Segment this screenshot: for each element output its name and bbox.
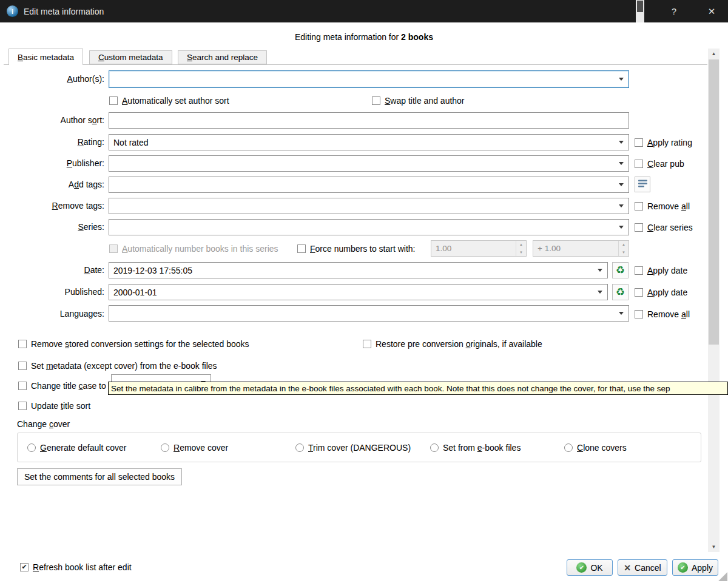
chevron-down-icon[interactable]	[614, 156, 629, 171]
generate-default-cover-radio[interactable]: Generate default cover	[27, 442, 126, 453]
apply-published-checkbox[interactable]: Apply date	[635, 287, 687, 297]
set-comments-button[interactable]: Set the comments for all selected books	[17, 468, 182, 485]
series-label: Series:	[0, 222, 104, 232]
published-label: Published:	[0, 287, 104, 297]
apply-date-label: Apply date	[647, 266, 687, 275]
radio-icon	[161, 443, 169, 452]
chevron-down-icon[interactable]	[614, 198, 629, 214]
resize-grip[interactable]	[718, 572, 727, 581]
update-title-sort-checkbox[interactable]: Update title sort	[18, 400, 90, 411]
checkbox-icon	[18, 382, 27, 390]
mini-scrollbar-thumb[interactable]	[637, 1, 643, 12]
apply-rating-label: Apply rating	[647, 138, 692, 147]
auto-author-sort-checkbox[interactable]: Automatically set author sort	[109, 95, 229, 106]
remove-conversion-settings-checkbox[interactable]: Remove stored conversion settings for th…	[18, 339, 249, 349]
swap-title-author-checkbox[interactable]: Swap title and author	[372, 95, 465, 106]
publisher-label: Publisher:	[0, 158, 104, 168]
publisher-combo[interactable]	[109, 155, 629, 172]
checkbox-icon	[372, 96, 380, 105]
cancel-button[interactable]: ✕ Cancel	[618, 559, 667, 576]
swap-title-author-label: Swap title and author	[385, 96, 465, 106]
remove-all-tags-checkbox[interactable]: Remove all	[635, 201, 690, 211]
refresh-book-list-checkbox[interactable]: ✔ Refresh book list after edit	[20, 562, 132, 572]
spin-down-icon: ▼	[619, 249, 629, 257]
auto-number-label: Automatically number books in this serie…	[122, 244, 278, 254]
remove-all-tags-label: Remove all	[647, 201, 690, 211]
tab-search-and-replace[interactable]: Search and replace	[178, 50, 267, 64]
edit-metadata-dialog: i Edit meta information ? ✕ Editing meta…	[0, 0, 728, 583]
set-metadata-checkbox[interactable]: Set metadata (except cover) from the e-b…	[18, 360, 217, 371]
tab-basic-metadata[interactable]: Basic metadata	[8, 49, 83, 65]
radio-icon	[564, 443, 573, 452]
remove-all-languages-checkbox[interactable]: Remove all	[635, 309, 690, 319]
ok-button[interactable]: ✔ OK	[567, 559, 613, 576]
generate-default-cover-label: Generate default cover	[40, 443, 126, 453]
titlebar-mini-scrollbar[interactable]	[636, 0, 644, 22]
authors-combo[interactable]	[109, 70, 629, 88]
published-value: 2000-01-01	[109, 285, 593, 300]
checkbox-icon	[635, 202, 643, 211]
chevron-down-icon[interactable]	[593, 285, 607, 300]
date-combo[interactable]: 2019-12-03 17:55:05	[109, 262, 608, 278]
author-sort-input[interactable]	[109, 112, 629, 129]
remove-all-languages-label: Remove all	[647, 309, 690, 319]
series-combo[interactable]	[109, 219, 629, 235]
clear-series-checkbox[interactable]: Clear series	[635, 222, 693, 232]
series-increment-value: + 1.00	[533, 241, 618, 256]
remove-tags-label: Remove tags:	[0, 201, 104, 211]
chevron-down-icon[interactable]	[614, 177, 629, 192]
rating-combo[interactable]: Not rated	[109, 134, 629, 150]
published-combo[interactable]: 2000-01-01	[109, 284, 608, 300]
apply-button[interactable]: ✔ Apply	[672, 559, 718, 576]
reset-date-button[interactable]: ♻	[612, 262, 629, 278]
vertical-scrollbar[interactable]: ▲ ▼	[708, 49, 720, 552]
rating-value: Not rated	[109, 135, 614, 150]
reset-published-button[interactable]: ♻	[612, 284, 629, 300]
languages-combo[interactable]	[109, 305, 629, 322]
remove-cover-radio[interactable]: Remove cover	[161, 442, 228, 453]
change-title-case-checkbox[interactable]: Change title case to	[18, 380, 106, 391]
checkbox-icon	[635, 160, 643, 168]
scroll-up-icon[interactable]: ▲	[708, 49, 720, 59]
remove-cover-label: Remove cover	[174, 443, 228, 453]
add-tags-value	[109, 177, 614, 192]
remove-conversion-settings-label: Remove stored conversion settings for th…	[31, 339, 249, 349]
set-from-ebook-files-radio[interactable]: Set from e-book files	[430, 442, 521, 453]
force-numbers-label: Force numbers to start with:	[310, 244, 416, 254]
scroll-down-icon[interactable]: ▼	[708, 542, 720, 552]
radio-icon	[295, 443, 304, 452]
chevron-down-icon[interactable]	[614, 306, 629, 321]
apply-rating-checkbox[interactable]: Apply rating	[635, 137, 692, 147]
scrollbar-thumb[interactable]	[709, 59, 719, 345]
chevron-down-icon[interactable]	[614, 135, 629, 150]
apply-date-checkbox[interactable]: Apply date	[635, 265, 687, 275]
chevron-down-icon[interactable]	[614, 71, 629, 87]
tags-editor-button[interactable]	[635, 177, 650, 192]
languages-value	[109, 306, 614, 321]
restore-originals-checkbox[interactable]: Restore pre conversion originals, if ava…	[363, 339, 542, 349]
ok-check-icon: ✔	[576, 562, 587, 573]
apply-published-label: Apply date	[647, 288, 687, 297]
checkbox-icon	[18, 362, 27, 370]
publisher-value	[109, 156, 614, 171]
clone-covers-radio[interactable]: Clone covers	[564, 442, 627, 453]
checkbox-icon: ✔	[20, 563, 29, 571]
checkbox-icon	[18, 340, 27, 348]
chevron-down-icon[interactable]	[593, 263, 607, 278]
clear-pub-checkbox[interactable]: Clear pub	[635, 158, 684, 169]
checkbox-icon	[109, 96, 118, 105]
authors-label: Author(s):	[0, 74, 104, 84]
force-numbers-checkbox[interactable]: Force numbers to start with:	[297, 243, 416, 254]
cancel-x-icon: ✕	[624, 563, 631, 573]
add-tags-combo[interactable]	[109, 177, 629, 193]
remove-tags-combo[interactable]	[109, 198, 629, 214]
date-label: Date:	[0, 265, 104, 275]
chevron-down-icon[interactable]	[614, 220, 629, 235]
close-button[interactable]: ✕	[695, 0, 728, 22]
tab-custom-metadata[interactable]: Custom metadata	[89, 50, 172, 64]
tab-pane-border	[4, 64, 707, 65]
set-comments-label: Set the comments for all selected books	[24, 472, 175, 482]
trim-cover-radio[interactable]: Trim cover (DANGEROUS)	[295, 442, 411, 453]
help-button[interactable]: ?	[659, 0, 689, 22]
clear-series-label: Clear series	[647, 223, 693, 232]
